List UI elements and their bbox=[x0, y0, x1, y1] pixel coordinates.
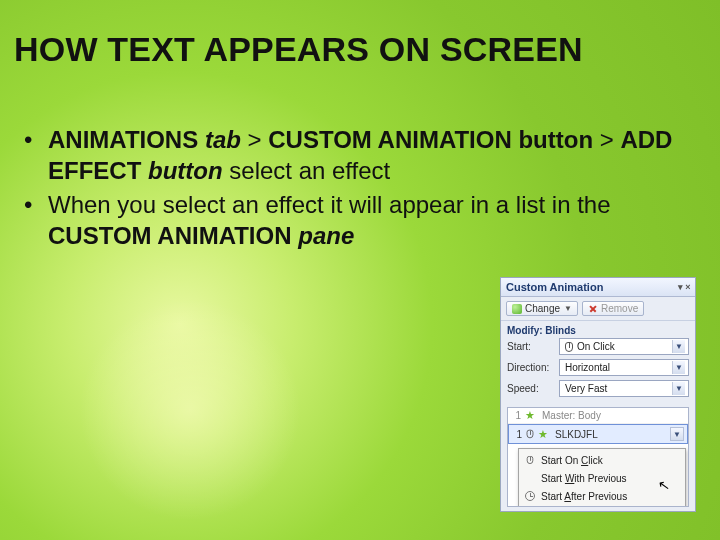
clock-icon bbox=[523, 490, 537, 502]
effect-context-menu: Start On Click Start With Previous Start… bbox=[518, 448, 686, 507]
bullet-marker: • bbox=[20, 190, 48, 251]
effect-text: Master: Body bbox=[542, 410, 601, 421]
txt: button bbox=[148, 157, 223, 184]
txt: select an effect bbox=[223, 157, 391, 184]
bullet-1-text: ANIMATIONS tab > CUSTOM ANIMATION button… bbox=[48, 125, 700, 186]
menu-label: Start With Previous bbox=[541, 473, 627, 484]
bullet-1: • ANIMATIONS tab > CUSTOM ANIMATION butt… bbox=[20, 125, 700, 186]
pane-title-text: Custom Animation bbox=[506, 281, 603, 293]
speed-select[interactable]: Very Fast ▼ bbox=[559, 380, 689, 397]
modify-form: Start: On Click ▼ Direction: Horizontal … bbox=[501, 338, 695, 405]
start-value: On Click bbox=[577, 341, 615, 352]
chevron-down-icon[interactable]: ▼ bbox=[672, 340, 685, 353]
start-select[interactable]: On Click ▼ bbox=[559, 338, 689, 355]
slide-body: • ANIMATIONS tab > CUSTOM ANIMATION butt… bbox=[20, 125, 700, 256]
speed-row: Speed: Very Fast ▼ bbox=[507, 380, 689, 397]
pane-dropdown-icon[interactable]: ▾ × bbox=[678, 281, 690, 293]
mouse-icon bbox=[523, 454, 537, 466]
background-glow bbox=[60, 280, 320, 540]
bullet-marker: • bbox=[20, 125, 48, 186]
pane-titlebar: Custom Animation ▾ × bbox=[501, 278, 695, 297]
txt: ANIMATIONS bbox=[48, 126, 205, 153]
change-icon bbox=[512, 304, 522, 314]
menu-start-with-previous[interactable]: Start With Previous bbox=[519, 469, 685, 487]
bullet-2: • When you select an effect it will appe… bbox=[20, 190, 700, 251]
direction-value: Horizontal bbox=[565, 362, 610, 373]
txt: pane bbox=[298, 222, 354, 249]
effect-row-dropdown[interactable]: ▼ bbox=[670, 427, 684, 441]
blank-icon bbox=[523, 472, 537, 484]
direction-select[interactable]: Horizontal ▼ bbox=[559, 359, 689, 376]
chevron-down-icon: ▼ bbox=[564, 304, 572, 313]
effect-index: 1 bbox=[511, 410, 521, 421]
direction-row: Direction: Horizontal ▼ bbox=[507, 359, 689, 376]
effect-row-selected[interactable]: 1 ★ SLKDJFL ▼ bbox=[508, 424, 688, 444]
speed-value: Very Fast bbox=[565, 383, 607, 394]
change-label: Change bbox=[525, 303, 560, 314]
pane-toolbar: Change ▼ Remove bbox=[501, 297, 695, 321]
menu-label: Start On Click bbox=[541, 455, 603, 466]
effect-list: 1 ★ Master: Body 1 ★ SLKDJFL ▼ Start On … bbox=[507, 407, 689, 507]
star-icon: ★ bbox=[525, 410, 538, 421]
menu-start-after-previous[interactable]: Start After Previous bbox=[519, 487, 685, 505]
menu-label: Start After Previous bbox=[541, 491, 627, 502]
speed-label: Speed: bbox=[507, 383, 555, 394]
txt: When you select an effect it will appear… bbox=[48, 191, 611, 218]
menu-start-on-click[interactable]: Start On Click bbox=[519, 451, 685, 469]
slide-title: HOW TEXT APPEARS ON SCREEN bbox=[14, 30, 706, 69]
mouse-icon bbox=[527, 430, 534, 439]
effect-index: 1 bbox=[512, 429, 522, 440]
start-label: Start: bbox=[507, 341, 555, 352]
star-icon: ★ bbox=[538, 429, 551, 440]
mouse-icon bbox=[565, 342, 573, 352]
txt: > bbox=[241, 126, 268, 153]
effect-row-master[interactable]: 1 ★ Master: Body bbox=[508, 408, 688, 424]
txt: CUSTOM ANIMATION bbox=[48, 222, 298, 249]
remove-button[interactable]: Remove bbox=[582, 301, 644, 316]
start-row: Start: On Click ▼ bbox=[507, 338, 689, 355]
remove-label: Remove bbox=[601, 303, 638, 314]
chevron-down-icon[interactable]: ▼ bbox=[672, 382, 685, 395]
chevron-down-icon[interactable]: ▼ bbox=[672, 361, 685, 374]
direction-label: Direction: bbox=[507, 362, 555, 373]
remove-icon bbox=[588, 304, 598, 314]
effect-text: SLKDJFL bbox=[555, 429, 598, 440]
custom-animation-pane: Custom Animation ▾ × Change ▼ Remove Mod… bbox=[500, 277, 696, 512]
bullet-2-text: When you select an effect it will appear… bbox=[48, 190, 700, 251]
txt: > bbox=[593, 126, 620, 153]
change-button[interactable]: Change ▼ bbox=[506, 301, 578, 316]
txt: tab bbox=[205, 126, 241, 153]
txt: CUSTOM ANIMATION button bbox=[268, 126, 593, 153]
modify-label: Modify: Blinds bbox=[501, 321, 695, 338]
